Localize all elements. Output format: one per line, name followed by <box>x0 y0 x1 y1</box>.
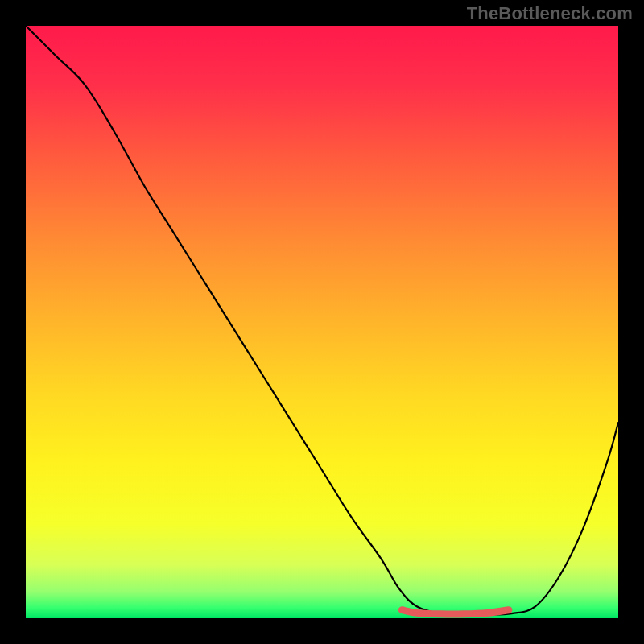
watermark-text: TheBottleneck.com <box>467 3 633 24</box>
gradient-background <box>26 26 618 618</box>
bottleneck-chart <box>26 26 618 618</box>
chart-frame: TheBottleneck.com <box>0 0 644 644</box>
plot-area <box>26 26 618 618</box>
